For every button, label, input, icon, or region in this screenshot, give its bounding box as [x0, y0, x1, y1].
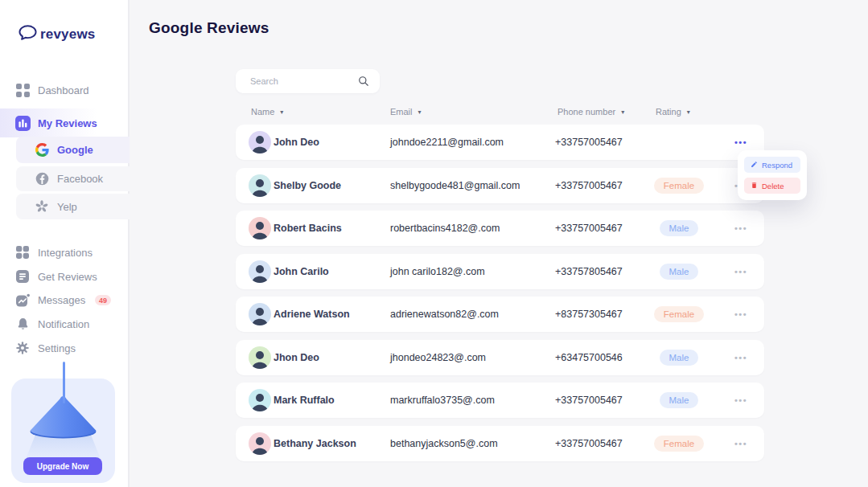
row-menu-button[interactable]: ••• — [726, 211, 755, 246]
table-row[interactable]: Robert Bacins robertbacins4182@.com +337… — [236, 211, 764, 246]
column-label: Email — [390, 107, 413, 117]
name-cell: Mark Ruffalo — [274, 383, 335, 418]
column-header-phone[interactable]: Phone number ▾ — [557, 107, 624, 117]
table-row[interactable]: Mark Ruffalo markruffalo3735@.com +33757… — [236, 383, 764, 418]
rating-cell: Male — [654, 254, 704, 289]
sidebar-item-settings[interactable]: Settings — [0, 336, 130, 360]
name-cell: Shelby Goode — [274, 168, 341, 203]
brand-logo[interactable]: revyews — [19, 25, 96, 43]
name-cell: Bethany Jackson — [274, 426, 356, 461]
sidebar-item-yelp[interactable]: Yelp — [16, 194, 130, 219]
column-header-name[interactable]: Name ▾ — [251, 107, 283, 117]
facebook-icon — [33, 172, 51, 186]
sidebar-item-my-reviews[interactable]: My Reviews — [0, 108, 130, 137]
rating-badge: Female — [654, 436, 704, 452]
delete-menu-item[interactable]: Delete — [744, 178, 800, 194]
name-cell: Jhon Deo — [274, 340, 319, 375]
row-menu-button[interactable]: ••• — [726, 383, 755, 418]
reviews-table: John Deo johndoe2211@gmail.com +33757005… — [236, 125, 764, 469]
avatar — [249, 260, 271, 283]
column-header-rating[interactable]: Rating ▾ — [656, 107, 690, 117]
yelp-icon — [33, 200, 51, 213]
column-label: Name — [251, 107, 274, 117]
sidebar-item-notification[interactable]: Notification — [0, 312, 130, 336]
sidebar-item-facebook[interactable]: Facebook — [16, 166, 130, 191]
phone-cell: +33757005467 — [555, 211, 623, 246]
rating-cell: Female — [654, 297, 704, 332]
sidebar-item-google[interactable]: Google — [16, 137, 130, 163]
rating-cell — [654, 125, 704, 160]
rating-cell: Female — [654, 426, 704, 461]
main-content: Google Reviews Name ▾ Email ▾ Phone numb… — [131, 0, 868, 487]
avatar — [249, 131, 271, 153]
avatar — [249, 389, 271, 411]
search-box — [236, 69, 380, 93]
sidebar-item-label: Get Reviews — [38, 271, 97, 283]
sort-arrow-icon: ▾ — [418, 108, 422, 116]
rating-cell: Male — [654, 340, 704, 375]
respond-menu-item[interactable]: Respond — [744, 157, 800, 173]
sidebar-item-label: My Reviews — [38, 117, 97, 129]
name-cell: John Carilo — [274, 254, 329, 289]
email-cell: robertbacins4182@.com — [390, 211, 500, 246]
grid-icon — [14, 84, 31, 97]
upgrade-now-button[interactable]: Upgrade Now — [23, 457, 102, 475]
bell-icon — [14, 317, 31, 330]
sidebar-item-integrations[interactable]: Integrations — [0, 240, 130, 264]
row-menu-button[interactable]: ••• — [726, 340, 755, 375]
sidebar-item-messages[interactable]: Messages 49 — [0, 288, 130, 312]
rating-cell: Female — [654, 168, 704, 203]
avatar — [249, 217, 271, 239]
message-icon — [14, 293, 31, 307]
sort-arrow-icon: ▾ — [687, 108, 690, 116]
column-label: Rating — [656, 107, 681, 117]
page-title: Google Reviews — [149, 19, 269, 37]
row-menu-button[interactable]: ••• — [726, 297, 755, 332]
sidebar-item-label: Google — [57, 144, 93, 156]
avatar — [249, 432, 271, 455]
sidebar-item-label: Integrations — [38, 247, 93, 259]
rating-badge: Male — [660, 350, 699, 366]
brand-name: revyews — [40, 27, 96, 43]
messages-count-badge: 49 — [95, 295, 111, 305]
sort-arrow-icon: ▾ — [621, 108, 624, 116]
rating-badge: Male — [660, 264, 699, 280]
column-header-email[interactable]: Email ▾ — [390, 107, 422, 117]
name-cell: Adriene Watson — [274, 297, 350, 332]
name-cell: John Deo — [274, 125, 319, 160]
sidebar-item-label: Dashboard — [38, 84, 89, 96]
funnel-string-decoration — [63, 362, 65, 403]
row-actions-menu: Respond Delete — [738, 150, 807, 200]
table-row[interactable]: Bethany Jackson bethanyjackson5@.com +33… — [236, 426, 764, 461]
speech-bubble-icon — [19, 25, 37, 43]
rating-cell: Male — [654, 383, 704, 418]
row-menu-button[interactable]: ••• — [726, 426, 755, 461]
phone-cell: +33757005467 — [555, 383, 623, 418]
phone-cell: +33757805467 — [555, 254, 623, 289]
table-row[interactable]: John Deo johndoe2211@gmail.com +33757005… — [236, 125, 764, 160]
email-cell: shelbygoode481@gmail.com — [390, 168, 520, 203]
phone-cell: +63475700546 — [555, 340, 623, 375]
google-icon — [33, 143, 51, 157]
sidebar: revyews Dashboard My Reviews — [0, 0, 130, 487]
table-row[interactable]: Adriene Watson adrienewatson82@.com +837… — [236, 297, 764, 332]
trash-icon — [751, 182, 758, 190]
sidebar-item-dashboard[interactable]: Dashboard — [0, 78, 130, 102]
rating-badge: Female — [654, 306, 704, 322]
search-icon[interactable] — [358, 76, 369, 90]
avatar — [249, 174, 271, 197]
table-row[interactable]: John Carilo john carilo182@.com +3375780… — [236, 254, 764, 289]
sidebar-item-get-reviews[interactable]: Get Reviews — [0, 264, 130, 289]
sidebar-item-label: Messages — [38, 294, 85, 306]
table-row[interactable]: Shelby Goode shelbygoode481@gmail.com +3… — [236, 168, 764, 203]
bar-chart-icon — [14, 116, 31, 131]
sidebar-item-label: Notification — [38, 318, 89, 330]
avatar — [249, 303, 271, 325]
document-icon — [14, 270, 31, 283]
row-menu-button[interactable]: ••• — [726, 254, 755, 289]
column-label: Phone number — [557, 107, 615, 117]
table-row[interactable]: Jhon Deo jhondeo24823@.com +63475700546 … — [236, 340, 764, 375]
phone-cell: +33757005467 — [555, 168, 623, 203]
table-header: Name ▾ Email ▾ Phone number ▾ Rating ▾ — [236, 107, 764, 120]
menu-item-label: Respond — [762, 161, 792, 170]
